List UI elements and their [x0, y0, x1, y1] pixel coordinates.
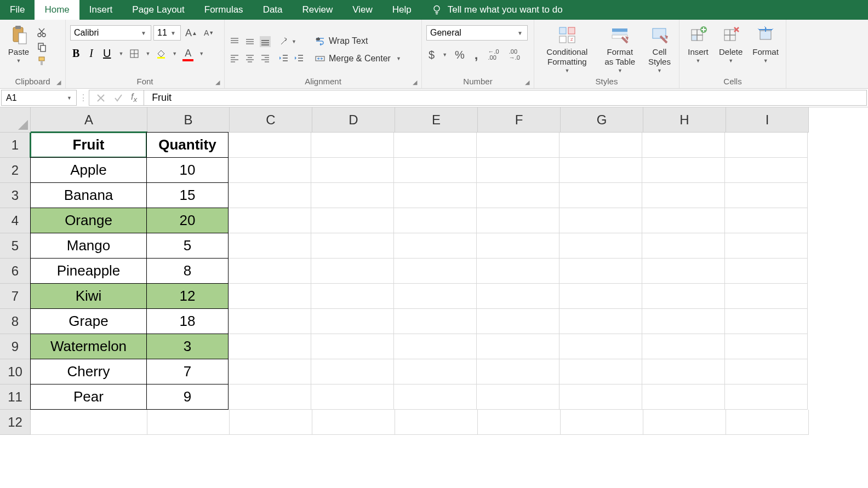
cell[interactable] [477, 208, 559, 233]
cell[interactable] [229, 384, 311, 410]
italic-button[interactable]: I [87, 46, 95, 61]
tab-view[interactable]: View [342, 0, 382, 20]
tab-formulas[interactable]: Formulas [195, 0, 253, 20]
cell[interactable] [725, 334, 808, 359]
column-header[interactable]: D [312, 107, 395, 133]
cell[interactable] [559, 183, 642, 208]
cell[interactable]: 7 [146, 359, 229, 384]
cell[interactable] [642, 259, 725, 284]
cut-icon[interactable] [36, 27, 47, 38]
cell[interactable] [394, 284, 477, 309]
cell[interactable] [394, 183, 477, 208]
cell[interactable] [311, 158, 394, 183]
cell[interactable] [311, 284, 394, 309]
cell[interactable] [230, 410, 312, 435]
format-as-table-button[interactable]: Format as Table▼ [599, 22, 641, 76]
row-header[interactable]: 4 [0, 208, 31, 233]
cell[interactable] [394, 233, 477, 259]
cell[interactable] [725, 359, 808, 384]
dialog-launcher-icon[interactable]: ◢ [215, 79, 220, 86]
align-bottom-icon[interactable] [260, 36, 271, 47]
cell[interactable] [394, 208, 477, 233]
cell[interactable] [229, 158, 311, 183]
row-header[interactable]: 3 [0, 183, 31, 208]
cell[interactable] [311, 183, 394, 208]
cell[interactable] [395, 410, 478, 435]
cell[interactable] [642, 359, 725, 384]
tab-page-layout[interactable]: Page Layout [122, 0, 194, 20]
decrease-font-icon[interactable]: A▼ [202, 27, 216, 38]
cell[interactable] [477, 233, 559, 259]
name-box[interactable]: A1▼ [1, 90, 77, 106]
cell[interactable]: Banana [30, 182, 147, 208]
cell[interactable] [642, 233, 725, 259]
orientation-icon[interactable] [278, 36, 289, 47]
cell[interactable] [31, 410, 147, 435]
cell[interactable]: Quantity [146, 132, 229, 158]
cell[interactable]: 10 [146, 157, 229, 183]
borders-icon[interactable] [129, 48, 140, 59]
cell[interactable]: Pineapple [30, 258, 147, 284]
bold-button[interactable]: B [70, 46, 82, 61]
cell[interactable] [642, 133, 725, 158]
cell[interactable] [642, 208, 725, 233]
cell[interactable]: Kiwi [30, 283, 147, 309]
cell[interactable]: 5 [146, 233, 229, 259]
cell[interactable] [394, 259, 477, 284]
font-size-select[interactable]: 11▼ [153, 25, 181, 41]
cell[interactable] [229, 284, 311, 309]
cell[interactable] [725, 384, 808, 410]
cell[interactable] [559, 384, 642, 410]
cell[interactable] [642, 334, 725, 359]
cell[interactable] [477, 384, 559, 410]
accounting-format-icon[interactable]: $ [426, 48, 437, 62]
cell[interactable]: Fruit [30, 132, 147, 158]
insert-cells-button[interactable]: Insert▼ [684, 22, 712, 66]
increase-decimal-icon[interactable]: ←.0.00 [486, 48, 501, 62]
cell[interactable] [229, 233, 311, 259]
fill-color-icon[interactable] [156, 48, 167, 59]
cell[interactable] [229, 309, 311, 334]
cell[interactable] [311, 334, 394, 359]
cell[interactable] [559, 309, 642, 334]
cell[interactable] [311, 359, 394, 384]
cell[interactable] [559, 233, 642, 259]
tab-home[interactable]: Home [35, 0, 79, 20]
cell[interactable] [229, 183, 311, 208]
cell[interactable]: 15 [146, 182, 229, 208]
font-name-select[interactable]: Calibri▼ [70, 25, 151, 41]
cell[interactable] [394, 158, 477, 183]
cell[interactable] [642, 384, 725, 410]
cell[interactable] [725, 183, 808, 208]
cell[interactable] [726, 410, 809, 435]
paste-button[interactable]: Paste ▼ [4, 22, 33, 66]
comma-format-icon[interactable]: , [472, 46, 481, 64]
cell[interactable]: 18 [146, 308, 229, 334]
cell[interactable] [725, 309, 808, 334]
cell[interactable] [559, 208, 642, 233]
column-header[interactable]: B [147, 107, 230, 133]
row-header[interactable]: 9 [0, 334, 31, 359]
cell[interactable] [725, 284, 808, 309]
row-header[interactable]: 1 [0, 133, 31, 158]
row-header[interactable]: 7 [0, 284, 31, 309]
column-header[interactable]: E [395, 107, 478, 133]
dialog-launcher-icon[interactable]: ◢ [525, 79, 529, 86]
cell[interactable]: 12 [146, 283, 229, 309]
cell[interactable]: Apple [30, 157, 147, 183]
conditional-formatting-button[interactable]: ≠ Conditional Formatting▼ [539, 22, 596, 76]
column-header[interactable]: F [478, 107, 561, 133]
cancel-icon[interactable] [96, 93, 106, 103]
cell[interactable] [229, 133, 311, 158]
select-all-corner[interactable] [0, 107, 31, 133]
cell[interactable] [229, 334, 311, 359]
align-right-icon[interactable] [260, 53, 271, 64]
dialog-launcher-icon[interactable]: ◢ [56, 79, 61, 86]
cell[interactable] [642, 309, 725, 334]
decrease-decimal-icon[interactable]: .00→.0 [507, 48, 522, 62]
cell[interactable] [559, 158, 642, 183]
cell[interactable] [725, 208, 808, 233]
underline-button[interactable]: U [101, 46, 113, 61]
cell[interactable] [478, 410, 561, 435]
cell[interactable] [477, 334, 559, 359]
